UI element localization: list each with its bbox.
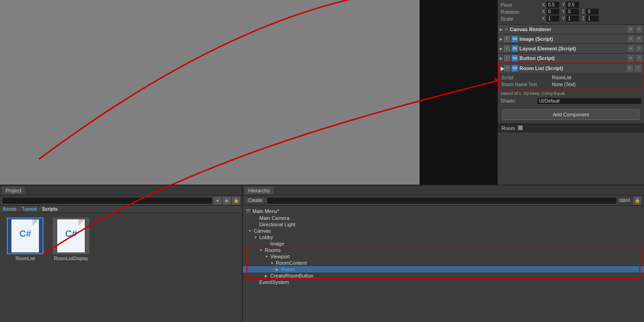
pivot-y-label: Y (562, 2, 565, 7)
rot-y-val[interactable]: 0 (566, 9, 579, 15)
bottom-section: Project ★ ◉ 🔒 Assets › Tutorial › Script… (0, 185, 644, 322)
help-icon[interactable]: ? (636, 45, 642, 52)
scale-y-val[interactable]: 1 (566, 16, 579, 22)
lock-icon (518, 126, 523, 130)
rot-z-label: Z (582, 9, 584, 14)
triangle-icon: ▶ (501, 65, 504, 71)
project-tab[interactable]: Project (2, 187, 25, 194)
pivot-x-val[interactable]: 0.5 (546, 2, 559, 8)
scene-view[interactable] (0, 0, 497, 185)
hierarchy-item-rooms[interactable]: ▼ Rooms (243, 247, 644, 253)
csharp-text: C# (19, 229, 31, 239)
image-check[interactable] (504, 36, 510, 42)
pivot-row: Pivot X 0.5 Y 0.5 (501, 2, 641, 8)
shader-value-select[interactable]: UI/Default (537, 98, 641, 104)
settings-icon[interactable]: ≡ (628, 55, 634, 61)
hierarchy-item-main-camera[interactable]: Main Camera (243, 215, 644, 221)
file-item-roomlist[interactable]: C# RoomList (5, 218, 46, 317)
breadcrumb-assets[interactable]: Assets (3, 207, 16, 212)
settings-icon[interactable]: ≡ (628, 45, 634, 52)
scale-x-val[interactable]: 1 (546, 16, 559, 22)
hierarchy-tab[interactable]: Hierarchy (245, 187, 273, 194)
inspector-bottom-bar: Room (498, 124, 644, 132)
room-list-fields: Script RoomList Room Name Text None (Tex… (499, 73, 643, 89)
script-field-value[interactable]: RoomList (552, 75, 640, 80)
tree-arrow: ▼ (248, 229, 254, 233)
button-script-header[interactable]: ▶ C# Button (Script) ≡ ? (498, 54, 644, 63)
scale-z-val[interactable]: 1 (586, 16, 599, 22)
file-item-roomlistdisplay[interactable]: C# RoomListDisplay (50, 218, 92, 317)
favorites-icon[interactable]: ★ (213, 196, 222, 205)
button-script-title: Button (Script) (519, 55, 628, 61)
layout-check[interactable] (504, 46, 510, 51)
hierarchy-all-option[interactable]: ⌨All (619, 198, 630, 203)
hierarchy-search-input[interactable] (267, 197, 617, 204)
tree-arrow: ▼ (265, 255, 270, 259)
hierarchy-item-viewport[interactable]: ▼ Viewport (243, 253, 644, 260)
image-script-title: Image (Script) (519, 36, 628, 42)
help-icon[interactable]: ? (636, 36, 642, 42)
scene-icon: 🎬 (246, 209, 251, 213)
add-component-button[interactable]: Add Component (502, 109, 639, 120)
hierarchy-item-room[interactable]: ▶ Room (243, 266, 644, 273)
hierarchy-content: 🎬 Main Menu* Main Camera Directional Lig… (243, 206, 644, 287)
room-list-cs-icon: C# (512, 65, 518, 71)
hierarchy-item-eventsystem[interactable]: EventSystem (243, 279, 644, 285)
hierarchy-item-canvas[interactable]: ▼ Canvas (243, 228, 644, 234)
item-label: Lobby (259, 235, 273, 240)
item-label: Rooms (265, 247, 281, 253)
help-icon[interactable]: ? (636, 55, 642, 61)
hierarchy-item-lobby[interactable]: ▼ Lobby (243, 234, 644, 240)
button-check[interactable] (504, 55, 510, 61)
rotation-label: Rotation (501, 9, 542, 15)
file-icon-roomlist[interactable]: C# (7, 218, 44, 254)
rotation-row: Rotation X 0 Y 0 Z 0 (501, 9, 641, 15)
layout-element-header[interactable]: ▶ C# Layout Element (Script) ≡ ? (498, 44, 644, 53)
rot-x-val[interactable]: 0 (546, 9, 559, 15)
canvas-renderer-header[interactable]: ▶ ⚙ Canvas Renderer ≡ ? (498, 25, 644, 34)
scale-label: Scale (501, 16, 542, 22)
layout-cs-icon: C# (512, 45, 518, 52)
item-label: Canvas (254, 228, 271, 234)
pivot-x-label: X (542, 2, 545, 7)
settings-icon[interactable]: ≡ (628, 26, 634, 33)
breadcrumb-tutorial[interactable]: Tutorial (22, 207, 37, 212)
layout-element-section: ▶ C# Layout Element (Script) ≡ ? (498, 44, 644, 53)
triangle-icon: ▶ (500, 56, 502, 60)
pivot-y-val[interactable]: 0.5 (566, 2, 579, 8)
help-icon[interactable]: ? (636, 26, 642, 33)
settings-icon[interactable]: ≡ (627, 65, 633, 71)
lock-icon[interactable]: 🔒 (232, 196, 240, 205)
room-list-check[interactable] (504, 65, 510, 71)
room-name-field-value[interactable]: None (Text) (552, 82, 640, 87)
hierarchy-lock-icon[interactable]: 🔒 (633, 196, 641, 205)
hierarchy-item-directional-light[interactable]: Directional Light (243, 221, 644, 228)
scale-y-label: Y (562, 16, 565, 21)
item-label: Main Camera (259, 215, 289, 221)
room-list-header-icons: ≡ ? (627, 65, 641, 71)
image-script-header[interactable]: ▶ C# Image (Script) ≡ ? (498, 34, 644, 44)
eye-icon[interactable]: ◉ (223, 196, 231, 205)
canvas-renderer-title: Canvas Renderer (510, 27, 628, 32)
image-script-section: ▶ C# Image (Script) ≡ ? (498, 34, 644, 44)
item-label: Viewport (270, 254, 290, 259)
room-list-header[interactable]: ▶ C# Room List (Script) ≡ ? (499, 64, 643, 73)
settings-icon[interactable]: ≡ (628, 36, 634, 42)
room-name-field-row: Room Name Text None (Text) (502, 81, 640, 88)
shader-label: Shader (501, 98, 537, 104)
project-search-input[interactable] (2, 197, 213, 204)
item-label: RoomContent (276, 260, 307, 266)
tree-arrow: ▼ (259, 248, 265, 252)
create-button[interactable]: Create (246, 198, 265, 203)
breadcrumb-sep-2: › (38, 207, 40, 212)
hierarchy-item-createroombutton[interactable]: ▶ CreateRoomButton (243, 273, 644, 279)
scale-y: Y 1 (562, 16, 579, 22)
hierarchy-wrapper: 🎬 Main Menu* Main Camera Directional Lig… (243, 206, 644, 322)
layout-element-title: Layout Element (Script) (519, 46, 628, 51)
help-icon[interactable]: ? (635, 65, 641, 71)
hierarchy-item-roomcontent[interactable]: ▼ RoomContent (243, 260, 644, 266)
csharp-icon-roomlistdisplay: C# (57, 219, 85, 252)
file-icon-roomlistdisplay[interactable]: C# (53, 218, 89, 254)
hierarchy-item-image[interactable]: Image (243, 240, 644, 247)
rot-z-val[interactable]: 0 (586, 9, 599, 15)
